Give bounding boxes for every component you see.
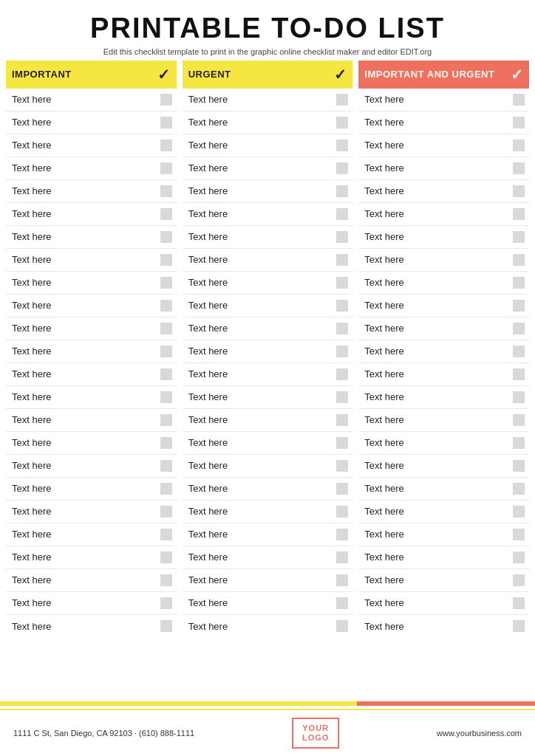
- row-checkbox[interactable]: [336, 323, 348, 334]
- row-checkbox[interactable]: [336, 208, 348, 220]
- row-checkbox[interactable]: [513, 551, 525, 563]
- row-checkbox[interactable]: [160, 620, 172, 632]
- row-text: Text here: [188, 414, 228, 425]
- row-text: Text here: [12, 185, 51, 196]
- row-checkbox[interactable]: [336, 117, 348, 128]
- row-text: Text here: [364, 254, 403, 265]
- row-text: Text here: [12, 346, 51, 357]
- row-item: Text here: [6, 317, 177, 340]
- row-checkbox[interactable]: [513, 460, 525, 472]
- row-checkbox[interactable]: [160, 117, 172, 128]
- row-checkbox[interactable]: [160, 414, 172, 426]
- row-item: Text here: [6, 340, 177, 363]
- row-checkbox[interactable]: [336, 529, 348, 540]
- row-text: Text here: [12, 208, 51, 219]
- row-checkbox[interactable]: [160, 277, 172, 289]
- row-checkbox[interactable]: [513, 437, 525, 449]
- row-checkbox[interactable]: [160, 597, 172, 609]
- row-checkbox[interactable]: [513, 323, 525, 334]
- row-checkbox[interactable]: [336, 346, 348, 357]
- row-checkbox[interactable]: [336, 368, 348, 380]
- row-checkbox[interactable]: [160, 300, 172, 312]
- row-item: Text here: [183, 157, 353, 180]
- row-text: Text here: [12, 460, 51, 471]
- row-checkbox[interactable]: [513, 300, 525, 312]
- row-text: Text here: [364, 140, 403, 151]
- row-checkbox[interactable]: [160, 140, 172, 151]
- row-item: Text here: [358, 363, 529, 386]
- row-checkbox[interactable]: [513, 231, 525, 243]
- row-item: Text here: [358, 340, 529, 363]
- row-checkbox[interactable]: [160, 483, 172, 495]
- row-text: Text here: [188, 460, 228, 471]
- row-item: Text here: [358, 111, 529, 134]
- row-checkbox[interactable]: [336, 483, 348, 495]
- row-text: Text here: [188, 162, 228, 173]
- row-checkbox[interactable]: [160, 94, 172, 106]
- row-checkbox[interactable]: [513, 208, 525, 220]
- row-checkbox[interactable]: [160, 323, 172, 334]
- row-checkbox[interactable]: [336, 254, 348, 266]
- row-checkbox[interactable]: [336, 437, 348, 449]
- row-checkbox[interactable]: [160, 254, 172, 266]
- row-checkbox[interactable]: [336, 162, 348, 174]
- row-checkbox[interactable]: [160, 574, 172, 586]
- row-item: Text here: [6, 134, 177, 157]
- row-checkbox[interactable]: [336, 231, 348, 243]
- row-item: Text here: [358, 249, 529, 272]
- row-item: Text here: [6, 409, 177, 432]
- row-checkbox[interactable]: [513, 414, 525, 426]
- row-checkbox[interactable]: [513, 483, 525, 495]
- row-checkbox[interactable]: [513, 117, 525, 128]
- row-checkbox[interactable]: [160, 185, 172, 197]
- row-checkbox[interactable]: [336, 277, 348, 289]
- row-checkbox[interactable]: [336, 94, 348, 106]
- row-text: Text here: [188, 551, 228, 563]
- row-checkbox[interactable]: [336, 597, 348, 609]
- column-divider: [177, 61, 183, 701]
- column-divider: [352, 61, 358, 701]
- row-checkbox[interactable]: [513, 368, 525, 380]
- row-checkbox[interactable]: [160, 391, 172, 403]
- row-checkbox[interactable]: [513, 185, 525, 197]
- row-checkbox[interactable]: [336, 140, 348, 151]
- row-checkbox[interactable]: [513, 391, 525, 403]
- row-checkbox[interactable]: [160, 551, 172, 563]
- row-item: Text here: [183, 111, 353, 134]
- row-checkbox[interactable]: [336, 300, 348, 312]
- row-checkbox[interactable]: [160, 208, 172, 220]
- row-checkbox[interactable]: [336, 551, 348, 563]
- row-checkbox[interactable]: [513, 162, 525, 174]
- row-item: Text here: [183, 501, 353, 523]
- row-checkbox[interactable]: [336, 391, 348, 403]
- row-checkbox[interactable]: [513, 506, 525, 518]
- row-checkbox[interactable]: [513, 597, 525, 609]
- row-item: Text here: [358, 203, 529, 226]
- row-checkbox[interactable]: [336, 460, 348, 472]
- row-checkbox[interactable]: [336, 574, 348, 586]
- row-checkbox[interactable]: [160, 231, 172, 243]
- row-checkbox[interactable]: [513, 574, 525, 586]
- row-item: Text here: [358, 226, 529, 249]
- row-checkbox[interactable]: [160, 529, 172, 540]
- row-checkbox[interactable]: [160, 460, 172, 472]
- row-item: Text here: [358, 523, 529, 546]
- row-checkbox[interactable]: [160, 437, 172, 449]
- row-checkbox[interactable]: [336, 185, 348, 197]
- row-checkbox[interactable]: [160, 506, 172, 518]
- row-checkbox[interactable]: [513, 346, 525, 357]
- row-checkbox[interactable]: [513, 140, 525, 151]
- row-checkbox[interactable]: [513, 277, 525, 289]
- row-checkbox[interactable]: [160, 162, 172, 174]
- row-text: Text here: [364, 597, 403, 608]
- row-checkbox[interactable]: [513, 620, 525, 632]
- row-checkbox[interactable]: [160, 368, 172, 380]
- row-checkbox[interactable]: [160, 346, 172, 357]
- row-checkbox[interactable]: [336, 414, 348, 426]
- row-text: Text here: [12, 414, 51, 425]
- row-checkbox[interactable]: [513, 94, 525, 106]
- row-checkbox[interactable]: [513, 254, 525, 266]
- row-checkbox[interactable]: [336, 506, 348, 518]
- row-checkbox[interactable]: [513, 529, 525, 540]
- row-checkbox[interactable]: [336, 620, 348, 632]
